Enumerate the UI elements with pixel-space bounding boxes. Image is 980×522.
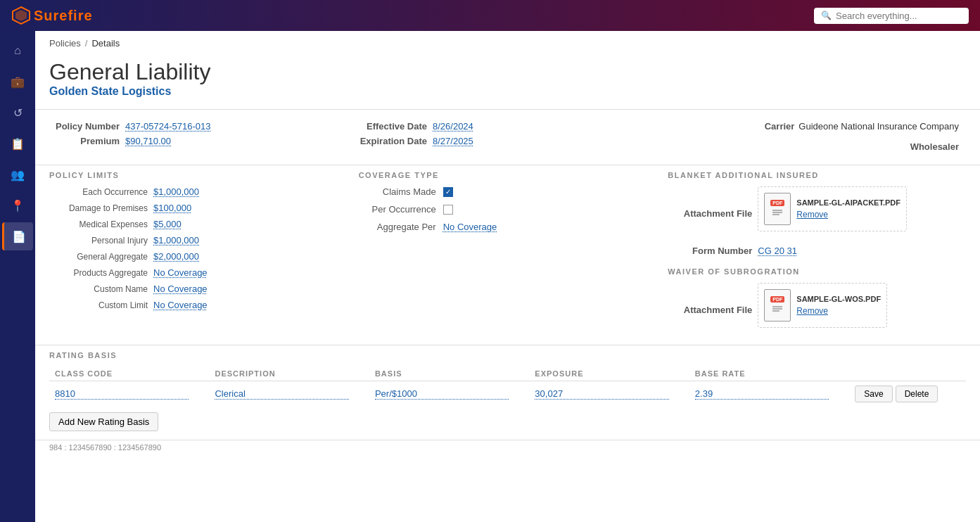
blanket-attachment-label: Attachment File [668,208,752,219]
col-base-rate: BASE RATE [689,367,849,381]
breadcrumb-parent[interactable]: Policies [49,38,81,49]
aggregate-per-label: Aggregate Per [359,222,436,232]
limit-label-3: Personal Injury [49,236,148,246]
action-buttons: Save Delete [855,386,960,402]
wholesaler-row: Wholesaler [910,136,959,152]
cell-class-code [49,381,209,407]
input-exposure[interactable] [535,388,668,400]
input-description[interactable] [215,388,348,400]
per-occurrence-checkbox[interactable] [443,205,453,215]
main-layout: ⌂ 💼 ↺ 📋 👥 📍 📄 Policies / Details [0,31,980,522]
policy-details: Policy Number 437-05724-5716-013 Premium… [35,113,980,165]
premium-value[interactable]: $90,710.00 [125,136,171,146]
input-class-code[interactable] [55,388,189,400]
waiver-attachment-info: SAMPLE-GL-WOS.PDF Remove [796,295,881,316]
effective-date-label: Effective Date [357,121,427,132]
rating-basis-header: RATING BASIS [49,351,966,359]
aggregate-per-row: Aggregate Per No Coverage [359,222,657,232]
limit-label-7: Custom Limit [49,300,148,310]
page-subtitle: Golden State Logistics [49,85,966,98]
limit-row-6: Custom Name No Coverage [49,284,348,294]
cell-base-rate [689,381,849,407]
limit-row-2: Medical Expenses $5,000 [49,219,348,229]
policy-number-value[interactable]: 437-05724-5716-013 [125,121,210,132]
limit-row-0: Each Occurrence $1,000,000 [49,186,348,197]
sidebar: ⌂ 💼 ↺ 📋 👥 📍 📄 [0,31,35,522]
footer-text: 984 : 1234567890 : 1234567890 [49,443,161,452]
expiration-date-value[interactable]: 8/27/2025 [433,136,473,146]
delete-button[interactable]: Delete [896,386,938,402]
sidebar-item-location[interactable]: 📍 [2,191,33,219]
blanket-attachment-box: PDF SAMPLE-GL-AIPACKET.PDF Remove [758,186,907,231]
sidebar-item-briefcase[interactable]: 💼 [2,68,33,96]
limit-row-5: Products Aggregate No Coverage [49,267,348,278]
per-occurrence-row: Per Occurrence [359,204,657,215]
search-icon: 🔍 [821,11,832,20]
users-icon: 👥 [11,168,25,182]
form-number-label: Form Number [668,246,752,256]
col-class-code: CLASS CODE [49,367,209,381]
home-icon: ⌂ [14,44,21,57]
per-occurrence-label: Per Occurrence [359,204,436,215]
sidebar-item-refresh[interactable]: ↺ [2,98,33,127]
waiver-pdf-lines-icon [771,304,784,315]
pdf-badge: PDF [770,200,784,206]
waiver-attachment-box: PDF SAMPLE-GL-WOS.PDF Remove [758,283,887,328]
add-new-rating-basis-button[interactable]: Add New Rating Basis [49,412,158,431]
limit-row-7: Custom Limit No Coverage [49,300,348,310]
carrier-row: Carrier Guideone National Insurance Comp… [765,121,959,132]
limit-value-4[interactable]: $2,000,000 [153,251,199,262]
right-panel: BLANKET ADDITIONAL INSURED Attachment Fi… [668,171,966,339]
svg-marker-1 [15,10,27,21]
limit-label-6: Custom Name [49,284,148,294]
cell-description [209,381,369,407]
refresh-icon: ↺ [13,106,23,120]
col-exposure: EXPOSURE [529,367,689,381]
limit-value-1[interactable]: $100,000 [153,203,191,213]
page-title: General Liability [49,58,966,85]
blanket-remove-button[interactable]: Remove [796,210,901,219]
policy-number-row: Policy Number 437-05724-5716-013 [49,121,351,132]
limit-row-3: Personal Injury $1,000,000 [49,235,348,246]
sidebar-item-clipboard[interactable]: 📋 [2,129,33,158]
policy-limits-header: POLICY LIMITS [49,171,348,179]
limit-value-7[interactable]: No Coverage [153,300,208,310]
sections-grid: POLICY LIMITS Each Occurrence $1,000,000… [35,165,980,345]
input-base-rate[interactable] [695,388,829,400]
policy-limits-section: POLICY LIMITS Each Occurrence $1,000,000… [49,171,348,339]
expiration-date-label: Expiration Date [357,136,427,146]
limit-value-3[interactable]: $1,000,000 [153,235,199,246]
claims-made-label: Claims Made [359,186,436,197]
waiver-pdf-badge: PDF [770,296,784,303]
content-area: Policies / Details General Liability Gol… [35,31,980,522]
blanket-section: BLANKET ADDITIONAL INSURED Attachment Fi… [668,171,966,256]
cell-exposure [529,381,689,407]
waiver-pdf-icon: PDF [764,289,791,322]
form-number-value[interactable]: CG 20 31 [758,246,797,256]
pdf-lines-icon [771,208,784,219]
navbar: Surefire 🔍 [0,0,980,31]
cell-basis [369,381,529,407]
claims-made-checkbox[interactable]: ✓ [443,187,453,197]
sidebar-item-users[interactable]: 👥 [2,160,33,189]
limit-value-6[interactable]: No Coverage [153,284,208,294]
save-button[interactable]: Save [855,386,892,402]
effective-date-value[interactable]: 8/26/2024 [433,121,473,132]
carrier-label: Carrier [765,121,795,132]
search-container: 🔍 [814,8,969,24]
limit-value-2[interactable]: $5,000 [153,219,182,229]
sidebar-item-home[interactable]: ⌂ [2,37,33,65]
search-input[interactable] [836,11,962,21]
input-basis[interactable] [375,388,509,400]
limit-value-5[interactable]: No Coverage [153,267,208,278]
limit-label-0: Each Occurrence [49,187,148,197]
waiver-remove-button[interactable]: Remove [796,306,881,316]
sidebar-item-document[interactable]: 📄 [2,222,33,250]
blanket-attachment-row: Attachment File PDF [668,186,966,240]
limit-value-0[interactable]: $1,000,000 [153,186,199,197]
breadcrumb: Policies / Details [35,31,980,56]
table-row: Save Delete [49,381,966,407]
blanket-attachment-filename: SAMPLE-GL-AIPACKET.PDF [796,198,901,207]
waiver-attachment-filename: SAMPLE-GL-WOS.PDF [796,295,881,303]
aggregate-per-value[interactable]: No Coverage [443,222,497,232]
